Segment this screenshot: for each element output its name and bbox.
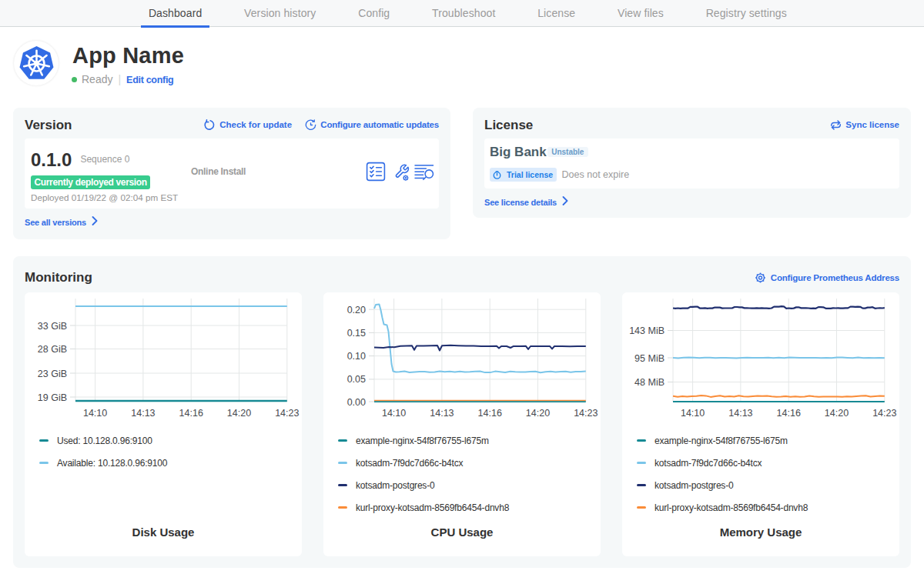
- svg-text:33 GiB: 33 GiB: [38, 321, 67, 332]
- svg-text:14:16: 14:16: [777, 408, 801, 417]
- svg-text:14:10: 14:10: [83, 408, 107, 417]
- svg-text:14:10: 14:10: [681, 408, 705, 417]
- svg-text:14:13: 14:13: [728, 408, 752, 417]
- svg-text:95 MiB: 95 MiB: [634, 353, 665, 364]
- svg-text:14:20: 14:20: [526, 408, 550, 417]
- svg-text:14:20: 14:20: [825, 408, 849, 417]
- svg-text:0.05: 0.05: [347, 374, 366, 385]
- svg-text:14:20: 14:20: [227, 408, 251, 417]
- svg-text:23 GiB: 23 GiB: [38, 369, 67, 379]
- svg-text:14:16: 14:16: [179, 408, 203, 417]
- svg-text:14:13: 14:13: [131, 408, 155, 417]
- svg-text:14:23: 14:23: [574, 408, 598, 417]
- svg-text:19 GiB: 19 GiB: [38, 392, 67, 403]
- svg-text:14:13: 14:13: [430, 408, 454, 417]
- svg-text:48 MiB: 48 MiB: [634, 377, 665, 388]
- svg-text:14:23: 14:23: [275, 408, 299, 417]
- svg-text:0.00: 0.00: [347, 397, 366, 408]
- svg-text:143 MiB: 143 MiB: [629, 325, 665, 336]
- svg-text:14:16: 14:16: [478, 408, 502, 417]
- svg-text:14:10: 14:10: [382, 408, 406, 417]
- svg-text:0.10: 0.10: [347, 351, 366, 362]
- svg-text:28 GiB: 28 GiB: [38, 344, 67, 355]
- svg-text:0.15: 0.15: [347, 328, 366, 339]
- svg-text:14:23: 14:23: [872, 408, 896, 417]
- svg-text:0.20: 0.20: [347, 305, 366, 315]
